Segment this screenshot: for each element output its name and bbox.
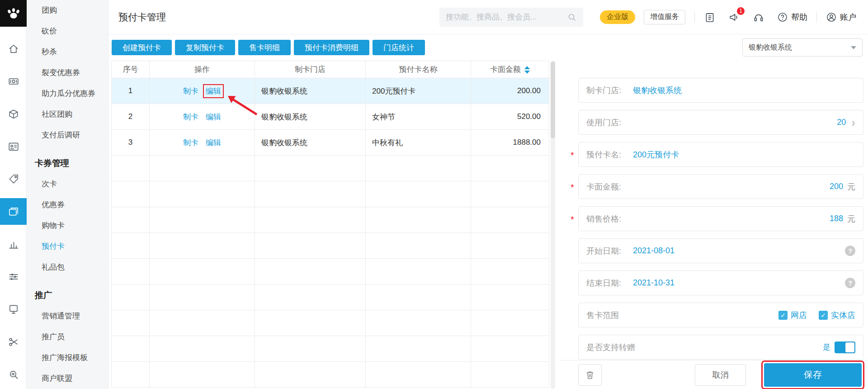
rail-button-id-card[interactable]: [0, 133, 27, 160]
announcement-button[interactable]: 1: [728, 11, 740, 23]
rail-button-chart[interactable]: [0, 231, 27, 257]
form-field-4[interactable]: *销售价格:188元: [578, 206, 863, 231]
form-field-1[interactable]: 使用门店:20›: [578, 110, 863, 135]
rail-button-tag[interactable]: [0, 166, 27, 192]
sidebar-item-15[interactable]: 推广员: [27, 327, 108, 347]
make-card-link[interactable]: 制卡: [183, 113, 198, 121]
sidebar-item-3[interactable]: 裂变优惠券: [27, 62, 108, 83]
field-value: 200: [830, 182, 843, 191]
column-header-4[interactable]: 卡面金额: [471, 61, 549, 78]
table-row-2[interactable]: 2制卡编辑银豹收银系统女神节520.00: [112, 104, 549, 130]
transfer-toggle[interactable]: [835, 342, 855, 353]
help-button[interactable]: 帮助: [777, 12, 807, 23]
required-asterisk: *: [571, 182, 574, 192]
rail-button-sliders[interactable]: [0, 263, 27, 290]
delete-button[interactable]: [578, 364, 602, 386]
checkbox-icon: ✓: [778, 311, 788, 320]
save-button[interactable]: 保存: [764, 363, 862, 387]
card-management-icon: [8, 206, 19, 218]
sidebar-item-0[interactable]: 团购: [27, 0, 108, 21]
sidebar-item-11[interactable]: 预付卡: [27, 236, 108, 257]
support-button[interactable]: [753, 11, 764, 23]
form-field-7[interactable]: 售卡范围✓网店✓实体店: [578, 303, 863, 327]
toolbar-button-4[interactable]: 门店统计: [373, 40, 425, 55]
edition-badge[interactable]: 企业版: [600, 10, 635, 24]
cell-index: 2: [112, 104, 150, 130]
sidebar-item-8[interactable]: 次卡: [27, 174, 108, 194]
rail-button-home[interactable]: [0, 35, 27, 62]
table-row-empty: [112, 362, 549, 388]
sidebar-item-5[interactable]: 社区团购: [27, 104, 108, 125]
divider: [694, 12, 695, 23]
toolbar-button-2[interactable]: 售卡明细: [238, 40, 291, 55]
rail-button-search-report[interactable]: [0, 361, 27, 388]
sidebar-item-16[interactable]: 推广海报模板: [27, 347, 108, 368]
rail-button-banknote[interactable]: [0, 68, 27, 95]
sort-icon[interactable]: [524, 66, 530, 74]
cell-store: 银豹收银系统: [255, 130, 366, 156]
save-button-wrap: 保存: [764, 363, 862, 387]
make-card-link[interactable]: 制卡: [183, 87, 198, 95]
rail-button-scissors[interactable]: [0, 328, 27, 355]
toggle-state-label: 是: [823, 342, 830, 352]
vertical-scrollbar[interactable]: [551, 61, 555, 389]
account-button[interactable]: 账户: [826, 12, 856, 23]
table-row-1[interactable]: 1制卡编辑银豹收银系统200元预付卡200.00: [112, 78, 549, 104]
value-added-services-button[interactable]: 增值服务: [644, 10, 685, 24]
scissors-icon: [8, 336, 19, 348]
sidebar-item-6[interactable]: 支付后调研: [27, 125, 108, 146]
package-icon: [8, 108, 19, 120]
form-field-0[interactable]: 制卡门店:银豹收银系统: [578, 78, 863, 103]
form-field-6[interactable]: 结束日期:2021-10-31?: [578, 270, 863, 295]
column-label: 序号: [123, 65, 138, 74]
checkbox-option-0[interactable]: ✓网店: [778, 310, 807, 321]
search-input[interactable]: [446, 13, 567, 22]
form-field-3[interactable]: *卡面金额:200元: [578, 174, 863, 199]
edit-link[interactable]: 编辑: [206, 87, 221, 95]
rail-button-package[interactable]: [0, 100, 27, 127]
clipboard-button[interactable]: [704, 11, 716, 23]
scrollbar-thumb[interactable]: [551, 62, 555, 138]
form-field-8[interactable]: 是否支持转赠是: [578, 335, 863, 360]
table-row-empty: [112, 156, 549, 181]
checkbox-option-1[interactable]: ✓实体店: [819, 310, 855, 321]
make-card-link[interactable]: 制卡: [183, 138, 198, 147]
column-header-3: 预付卡名称: [366, 61, 471, 78]
table-row-empty: [112, 310, 549, 336]
edit-link[interactable]: 编辑: [206, 138, 221, 147]
toolbar-button-0[interactable]: 创建预付卡: [112, 40, 172, 55]
form-field-5[interactable]: 开始日期:2021-08-01?: [578, 238, 863, 263]
help-icon[interactable]: ?: [845, 246, 855, 256]
rail-button-pos-terminal[interactable]: [0, 296, 27, 323]
divider: [816, 12, 817, 23]
sidebar-item-14[interactable]: 营销通管理: [27, 306, 108, 327]
cancel-button[interactable]: 取消: [695, 364, 746, 386]
column-label: 制卡门店: [295, 65, 326, 74]
edit-link[interactable]: 编辑: [206, 113, 221, 121]
toolbar-button-3[interactable]: 预付卡消费明细: [294, 40, 369, 55]
sidebar-item-1[interactable]: 砍价: [27, 21, 108, 42]
headset-icon: [753, 11, 764, 23]
sidebar-item-4[interactable]: 助力瓜分优惠券: [27, 83, 108, 104]
sidebar-item-9[interactable]: 优惠券: [27, 194, 108, 215]
sidebar-item-12[interactable]: 礼品包: [27, 257, 108, 278]
required-asterisk: *: [571, 214, 574, 224]
toolbar-button-1[interactable]: 复制预付卡: [175, 40, 235, 55]
sidebar-item-17[interactable]: 商户联盟: [27, 368, 108, 389]
global-search[interactable]: [439, 8, 583, 27]
form-field-2[interactable]: *预付卡名:200元预付卡: [578, 142, 863, 167]
app-logo[interactable]: [0, 0, 27, 27]
field-label: 制卡门店:: [586, 85, 621, 96]
help-icon[interactable]: ?: [845, 278, 855, 288]
table-row-empty: [112, 259, 549, 285]
prepaid-card-table: 序号操作制卡门店预付卡名称卡面金额 1制卡编辑银豹收银系统200元预付卡200.…: [111, 61, 549, 388]
table-row-3[interactable]: 3制卡编辑银豹收银系统中秋有礼1888.00: [112, 130, 549, 156]
rail-button-card-management[interactable]: [0, 198, 27, 225]
column-header-2: 制卡门店: [255, 61, 366, 78]
sidebar-item-2[interactable]: 秒杀: [27, 42, 108, 62]
sidebar: 团购砍价秒杀裂变优惠券助力瓜分优惠券社区团购支付后调研卡券管理次卡优惠券购物卡预…: [27, 0, 108, 389]
sidebar-item-10[interactable]: 购物卡: [27, 215, 108, 236]
store-selector[interactable]: 银豹收银系统: [742, 38, 863, 57]
chart-icon: [8, 238, 19, 250]
trash-icon: [585, 370, 595, 380]
